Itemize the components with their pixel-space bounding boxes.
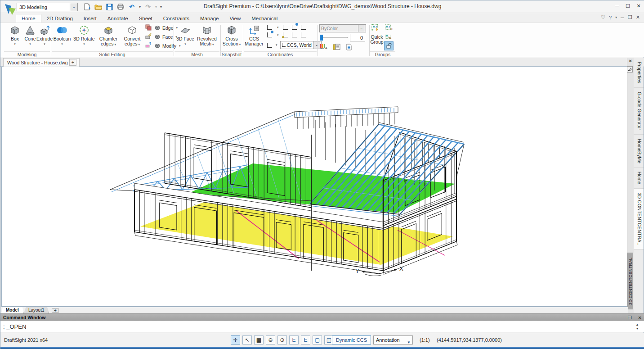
chamfer-edges-button[interactable]: Chamfer edges▾ bbox=[97, 24, 120, 47]
ccs-icon-5[interactable] bbox=[267, 32, 272, 37]
ccs-icon-9[interactable] bbox=[267, 43, 272, 48]
command-window-header[interactable]: Command Window ❐ ✕ bbox=[0, 313, 644, 321]
selection-preview-toggle[interactable]: ▢ bbox=[313, 335, 322, 344]
lineweight-slider-thumb[interactable] bbox=[320, 35, 323, 41]
model-tab[interactable]: Model bbox=[1, 307, 24, 313]
sidebar-tab-3d-contentcentral[interactable]: 3D CONTENTCENTRAL bbox=[634, 189, 644, 249]
group-label-modeling: Modeling bbox=[4, 51, 50, 57]
undock-icon[interactable]: ❐ bbox=[628, 315, 632, 320]
sidebar-tab-gcode-generator[interactable]: G-code Generator bbox=[634, 88, 644, 135]
new-document-tab-button[interactable]: + bbox=[69, 59, 76, 66]
lineweight-value[interactable]: 0 bbox=[350, 34, 365, 41]
rotate3d-button[interactable]: 3D Rotate▾ bbox=[72, 24, 96, 46]
command-input[interactable]: : _OPEN bbox=[0, 321, 644, 332]
bycolor-combo[interactable]: ByColor ⌄ bbox=[319, 24, 366, 32]
face-cube-icon bbox=[154, 34, 161, 40]
chevron-down-icon: ⌄ bbox=[358, 25, 364, 32]
ccs-icon-2[interactable] bbox=[283, 25, 288, 30]
ccs-icon-3[interactable] bbox=[292, 25, 297, 30]
command-history-spinner[interactable]: ▲▼ bbox=[635, 322, 640, 331]
etrack-toggle[interactable]: E bbox=[301, 335, 310, 344]
tab-sheet[interactable]: Sheet bbox=[134, 14, 158, 23]
ccs-icon-7[interactable] bbox=[292, 32, 297, 37]
cross-section-button[interactable]: Cross Section▾ bbox=[221, 24, 242, 47]
bycolor-value: ByColor bbox=[321, 26, 338, 31]
pin-icon[interactable] bbox=[627, 66, 633, 73]
polar-toggle[interactable]: ⊙ bbox=[277, 335, 287, 344]
tab-manage[interactable]: Manage bbox=[195, 14, 224, 23]
sidebar-tab-properties[interactable]: Properties bbox=[634, 58, 644, 88]
ccs-icon-1[interactable] bbox=[267, 25, 272, 30]
tab-annotate[interactable]: Annotate bbox=[102, 14, 134, 23]
maximize-button[interactable]: ☐ bbox=[625, 3, 631, 9]
snap-toggle[interactable]: ✛ bbox=[231, 335, 240, 344]
tab-constraints[interactable]: Constraints bbox=[158, 14, 195, 23]
ccs-icon-8[interactable] bbox=[301, 32, 306, 37]
note-icon[interactable] bbox=[332, 43, 340, 50]
scale-label[interactable]: (1:1) bbox=[420, 337, 430, 343]
layout1-tab[interactable]: Layout1 bbox=[24, 307, 49, 313]
group-label-snapshot: Snapshot bbox=[221, 51, 242, 57]
edit-group-icon[interactable] bbox=[385, 33, 393, 40]
ccs-icon-6[interactable] bbox=[283, 32, 288, 37]
ribbon: Box▾ Cone▾ Extrude▾ Modeling bbox=[0, 23, 644, 57]
lineweight-slider[interactable] bbox=[320, 37, 348, 38]
add-sheet-button[interactable]: + bbox=[52, 308, 58, 313]
group-mesh: 3D Face▾ Revolved Mesh▾ Mesh bbox=[174, 23, 219, 51]
tab-insert[interactable]: Insert bbox=[78, 14, 102, 23]
tab-mechanical[interactable]: Mechanical bbox=[246, 14, 283, 23]
group-label-coordinates: Coordinates bbox=[244, 51, 317, 57]
svg-text:✕: ✕ bbox=[390, 27, 393, 31]
favorites-icon[interactable]: ♡ bbox=[601, 14, 605, 20]
quick-group-label[interactable]: Quick Group bbox=[370, 35, 384, 45]
doc-restore-button[interactable]: ❐ bbox=[628, 14, 632, 20]
ccs-manager-button[interactable]: CCS Manager bbox=[244, 24, 264, 46]
draftsight-logo-icon bbox=[4, 3, 18, 16]
document-icon[interactable] bbox=[345, 43, 353, 50]
document-tab[interactable]: Wood Structure - House.dwg ✕ bbox=[3, 58, 80, 67]
annotation-combo[interactable]: Annotation ▼ bbox=[373, 335, 413, 344]
tab-home[interactable]: Home bbox=[16, 14, 41, 23]
sheet-tab-bar: Model Layout1 + bbox=[1, 307, 628, 313]
tab-2d-drafting[interactable]: 2D Drafting bbox=[41, 14, 78, 23]
drawing-canvas[interactable]: XY bbox=[1, 67, 628, 307]
ribbon-minimize-button[interactable]: ─ bbox=[621, 15, 624, 20]
group-snapshot: Cross Section▾ Snapshot bbox=[221, 23, 242, 51]
sidebar-close-icon[interactable]: ✕ bbox=[629, 59, 632, 63]
minimize-button[interactable]: ─ bbox=[614, 3, 620, 9]
close-button[interactable]: ✕ bbox=[635, 3, 642, 9]
coordinates-readout: (4144.5917,934.1377,0.0000) bbox=[437, 337, 502, 343]
revolved-mesh-button[interactable]: Revolved Mesh▾ bbox=[195, 24, 219, 47]
sidebar-tab-home[interactable]: Home bbox=[634, 168, 644, 189]
clean-icon[interactable] bbox=[144, 41, 152, 48]
collapsed-panel-3d-contentcentral[interactable]: 3D CONTENTCENTRAL bbox=[627, 253, 633, 309]
doc-close-button[interactable]: ✕ bbox=[636, 14, 640, 20]
group-lock-toggle[interactable] bbox=[384, 41, 394, 50]
ccs-icon-4[interactable] bbox=[301, 25, 306, 30]
ccs-dropdown-1[interactable]: ▾ bbox=[277, 26, 279, 29]
dynamic-ccs-button[interactable]: Dynamic CCS bbox=[332, 335, 371, 344]
imprint-icon[interactable] bbox=[144, 32, 152, 40]
ungroup-icon[interactable]: ✕ bbox=[385, 24, 393, 31]
help-dropdown[interactable]: ▾ bbox=[615, 15, 617, 19]
face3d-button[interactable]: 3D Face▾ bbox=[175, 24, 195, 46]
help-button[interactable]: ? bbox=[609, 15, 612, 20]
ccs-dropdown-2[interactable]: ▾ bbox=[277, 33, 279, 37]
ccs-dropdown-3[interactable]: ▾ bbox=[276, 43, 277, 47]
group-groups: ✕ Quick Group Groups bbox=[370, 23, 395, 51]
group-solid-editing: Boolean▾ 3D Rotate▾ Chamfer edges▾ Conve… bbox=[52, 23, 173, 51]
selection-toggle[interactable]: ↖ bbox=[242, 335, 252, 344]
tab-view[interactable]: View bbox=[224, 14, 246, 23]
convert-edges-button[interactable]: Convert edges▾ bbox=[121, 24, 143, 47]
copy-faces-icon[interactable] bbox=[144, 24, 152, 31]
boolean-button[interactable]: Boolean▾ bbox=[52, 24, 72, 46]
ccs-combo[interactable]: CCS, World ⌄ bbox=[280, 41, 322, 49]
ortho-toggle[interactable]: ⊖ bbox=[266, 335, 275, 344]
quick-group-icon[interactable] bbox=[371, 24, 379, 31]
command-close-icon[interactable]: ✕ bbox=[638, 315, 642, 320]
sidebar-tab-strip: Properties G-code Generator HomeByMe Hom… bbox=[634, 58, 644, 313]
layer-colors-icon[interactable]: A bbox=[320, 43, 328, 50]
esnap-toggle[interactable]: E bbox=[289, 335, 299, 344]
sidebar-tab-homebyme[interactable]: HomeByMe bbox=[634, 135, 644, 168]
grid-toggle[interactable]: ▦ bbox=[254, 335, 264, 344]
